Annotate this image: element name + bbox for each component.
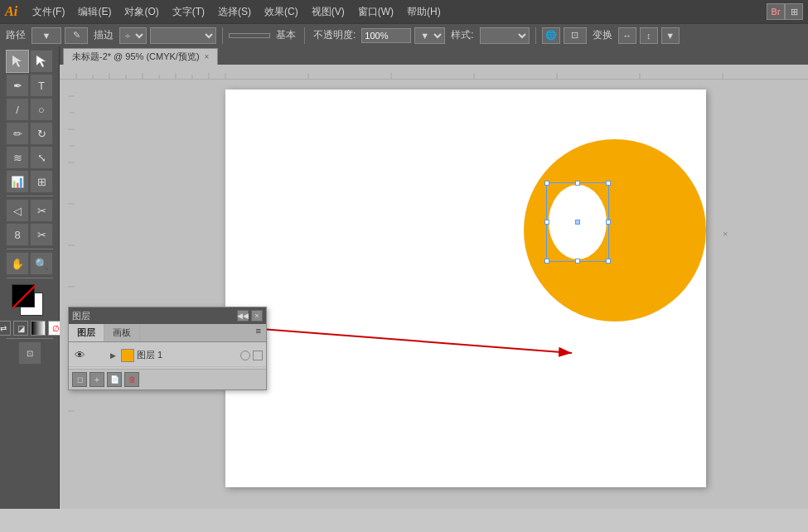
- pencil-tool[interactable]: ✏: [6, 122, 29, 145]
- arrangement-btn[interactable]: ⊞: [785, 3, 803, 20]
- tools-panel: ✒ T / ○ ✏ ↻ ≋ ⤡ 📊 ⊞ ◁ ✂ 8 ✂ ✋: [0, 46, 60, 509]
- transform-label: 变换: [593, 28, 612, 42]
- more-btn[interactable]: ▼: [661, 27, 680, 44]
- rotate-tool[interactable]: ↻: [30, 122, 53, 145]
- select-tool[interactable]: [6, 50, 29, 73]
- handle-top-left[interactable]: [544, 181, 549, 186]
- menu-window[interactable]: 窗口(W): [351, 3, 400, 21]
- svg-line-2: [12, 285, 36, 308]
- menu-file[interactable]: 文件(F): [26, 3, 71, 21]
- menu-text[interactable]: 文字(T): [166, 3, 211, 21]
- layers-title: 图层: [72, 310, 90, 322]
- tool-row-1: [2, 50, 57, 73]
- handle-bot-mid[interactable]: [575, 259, 580, 264]
- layers-make-clipping[interactable]: ◻: [72, 372, 87, 387]
- doc-page: ×: [225, 89, 706, 487]
- layers-list: 👁 ▶ 图层 1: [69, 342, 266, 369]
- gradient-box[interactable]: [31, 321, 46, 336]
- layers-tab-layers[interactable]: 图层: [69, 324, 104, 341]
- ai-logo: Ai: [5, 4, 17, 19]
- handle-bot-left[interactable]: [544, 259, 549, 264]
- tab-close-btn[interactable]: ×: [205, 52, 210, 61]
- svg-rect-20: [60, 80, 75, 509]
- globe-btn[interactable]: 🌐: [542, 27, 560, 44]
- menu-edit[interactable]: 编辑(E): [71, 3, 118, 21]
- color-mode-row: ⇄ ◪ ∅: [0, 321, 63, 336]
- menu-help[interactable]: 帮助(H): [400, 3, 448, 21]
- layers-options-btn[interactable]: ≡: [251, 324, 266, 341]
- flip-h-btn[interactable]: ↔: [618, 27, 636, 44]
- tool-row-bottom: ⊡: [2, 341, 57, 365]
- hand-tool[interactable]: ✋: [6, 252, 29, 275]
- canvas-content[interactable]: ×: [60, 65, 808, 509]
- align-btn[interactable]: ⊡: [564, 27, 587, 44]
- tool-row-3: / ○: [2, 98, 57, 121]
- toolbar-sep-1: [222, 27, 223, 44]
- warp-tool[interactable]: ≋: [6, 146, 29, 169]
- screen-mode-normal[interactable]: ⊡: [18, 341, 41, 365]
- stroke-select[interactable]: ÷: [119, 27, 147, 44]
- tool-separator-2: [7, 249, 53, 249]
- document-tab[interactable]: 未标题-2* @ 95% (CMYK/预览) ×: [63, 48, 218, 65]
- blend-tool[interactable]: 8: [6, 223, 29, 246]
- svg-marker-0: [12, 56, 22, 67]
- handle-mid-right[interactable]: [606, 220, 611, 225]
- tool-separator-4: [7, 338, 53, 339]
- opacity-label: 不透明度:: [313, 28, 356, 42]
- path-selector[interactable]: ▼: [31, 27, 61, 44]
- tool-row-8: 8 ✂: [2, 223, 57, 246]
- svg-marker-1: [36, 56, 46, 67]
- graph-tool[interactable]: 📊: [6, 170, 29, 193]
- swap-colors-btn[interactable]: ⇄: [0, 321, 11, 336]
- line-label: 基本: [276, 28, 296, 42]
- layers-titlebar[interactable]: 图层 ◀◀ ×: [69, 307, 266, 324]
- tab-title: 未标题-2* @ 95% (CMYK/预览): [72, 51, 200, 63]
- gradient-tool[interactable]: ◁: [6, 199, 29, 222]
- mesh-tool[interactable]: ⊞: [30, 170, 53, 193]
- h-ruler: [60, 65, 808, 80]
- layers-close-btn[interactable]: ×: [251, 310, 263, 322]
- stroke-icon[interactable]: ✎: [65, 27, 88, 44]
- menu-object[interactable]: 对象(O): [118, 3, 165, 21]
- layer-selection-box[interactable]: [253, 351, 263, 360]
- ellipse-tool[interactable]: ○: [30, 98, 53, 121]
- scale-tool[interactable]: ⤡: [30, 146, 53, 169]
- type-tool[interactable]: T: [30, 74, 53, 97]
- ellipse-selection: [546, 182, 609, 262]
- eyedropper-tool[interactable]: ✂: [30, 199, 53, 222]
- scissors-tool[interactable]: ✂: [30, 223, 53, 246]
- layer-expand-btn[interactable]: ▶: [107, 350, 119, 361]
- handle-bot-right[interactable]: [606, 259, 611, 264]
- menu-select[interactable]: 选择(S): [211, 3, 258, 21]
- layers-new-sublayer[interactable]: +: [90, 372, 104, 387]
- opacity-input[interactable]: [361, 28, 411, 43]
- layer-visibility-toggle[interactable]: 👁: [72, 348, 87, 363]
- handle-top-right[interactable]: [606, 181, 611, 186]
- style-select[interactable]: [480, 27, 530, 44]
- layers-delete[interactable]: 🗑: [124, 372, 139, 387]
- layer-target-circle[interactable]: [240, 351, 250, 360]
- stroke-type-select[interactable]: [150, 27, 216, 44]
- bridge-btn[interactable]: Br: [767, 3, 785, 20]
- pen-tool[interactable]: ✒: [6, 74, 29, 97]
- style-label: 样式:: [451, 28, 473, 42]
- selection-center: [575, 220, 580, 225]
- opacity-select[interactable]: ▼: [414, 27, 445, 44]
- layer-row-1: 👁 ▶ 图层 1: [69, 344, 266, 367]
- flip-v-btn[interactable]: ↕: [640, 27, 658, 44]
- default-colors-btn[interactable]: ◪: [13, 321, 28, 336]
- handle-top-mid[interactable]: [575, 181, 580, 186]
- menu-view[interactable]: 视图(V): [305, 3, 351, 21]
- layers-new-layer[interactable]: 📄: [107, 372, 122, 387]
- layers-tab-artboards[interactable]: 画板: [104, 324, 140, 341]
- line-tool[interactable]: /: [6, 98, 29, 121]
- menu-effect[interactable]: 效果(C): [258, 3, 305, 21]
- layers-panel: 图层 ◀◀ × 图层 画板 ≡ 👁 ▶ 图层 1 ◻ + 📄 🗑: [68, 307, 267, 390]
- tool-row-9: ✋ 🔍: [2, 252, 57, 275]
- handle-mid-left[interactable]: [544, 220, 549, 225]
- foreground-color-box[interactable]: [12, 284, 35, 307]
- layers-collapse-btn[interactable]: ◀◀: [237, 310, 249, 322]
- zoom-tool[interactable]: 🔍: [30, 252, 53, 275]
- direct-select-tool[interactable]: [30, 50, 53, 73]
- tool-separator-1: [7, 196, 53, 196]
